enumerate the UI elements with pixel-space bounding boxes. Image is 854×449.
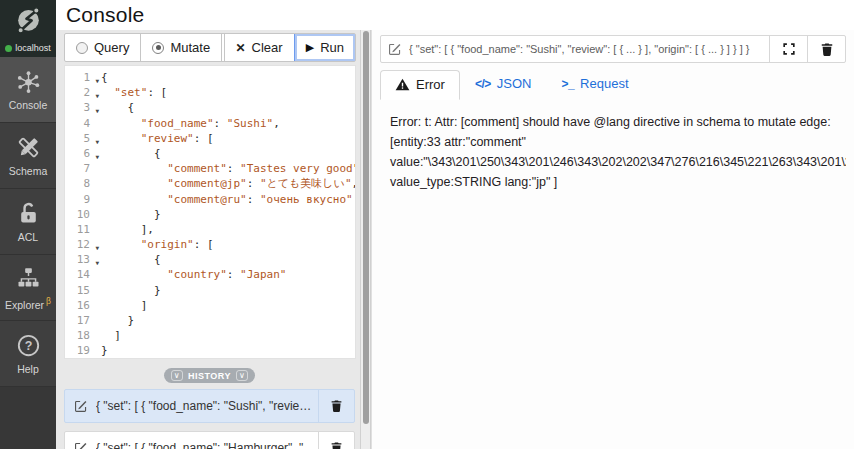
sitemap-icon xyxy=(15,265,41,291)
editor-line: 17 } xyxy=(65,313,355,328)
trash-icon xyxy=(330,399,343,413)
editor-code: "food_name": "Sushi", xyxy=(101,116,280,131)
clear-button[interactable]: ✕ Clear xyxy=(224,34,294,61)
editor-line: 10 } xyxy=(65,207,355,222)
svg-text:?: ? xyxy=(24,338,32,352)
history-item[interactable]: { "set": [ { "food_name": "Sushi", "revi… xyxy=(64,389,355,423)
chevron-down-icon: ∨ xyxy=(236,370,248,381)
run-button[interactable]: ▶ Run xyxy=(294,34,355,61)
connection-section[interactable]: localhost xyxy=(0,0,56,57)
query-panel: QueryMutate ✕ Clear ▶ Run 1▼{2▼ "set": [… xyxy=(56,30,356,449)
mode-label: Mutate xyxy=(170,40,210,55)
sidebar-item-label: Console xyxy=(9,99,48,111)
editor-line: 8 "comment@jp": "とても美味しい", xyxy=(65,176,355,191)
delete-history-button[interactable] xyxy=(318,390,354,422)
sidebar-nav: ConsoleSchemaACLExplorerβ?Help xyxy=(0,57,56,387)
editor-line: 18 ] xyxy=(65,328,355,343)
radio-icon xyxy=(152,42,164,54)
line-number: 7 xyxy=(65,161,101,176)
delete-history-button[interactable] xyxy=(318,432,354,449)
edit-icon xyxy=(74,399,88,413)
warning-icon xyxy=(395,77,410,92)
sidebar-filler xyxy=(0,387,56,449)
mutate-mode-radio[interactable]: Mutate xyxy=(141,34,222,61)
graph-icon xyxy=(15,68,41,94)
editor-line: 19} xyxy=(65,343,355,358)
sidebar-item-acl[interactable]: ACL xyxy=(0,189,56,255)
mutation-summary-text[interactable]: { "set": [ { "food_name": "Sushi", "revi… xyxy=(409,43,769,55)
main-area: Console QueryMutate ✕ Clear ▶ Run xyxy=(56,0,854,449)
sidebar-item-schema[interactable]: Schema xyxy=(0,123,56,189)
chevron-down-icon: ∨ xyxy=(171,370,183,381)
editor-line: 6▼ { xyxy=(65,146,355,161)
line-number: 11 xyxy=(65,222,101,237)
line-number: 8 xyxy=(65,176,101,191)
editor-code: { xyxy=(101,252,161,267)
code-icon: </> xyxy=(475,77,491,91)
editor-code: "review": [ xyxy=(101,131,214,146)
clear-button-label: Clear xyxy=(252,40,283,55)
edit-icon xyxy=(74,441,88,449)
sidebar-item-label: Help xyxy=(17,363,39,375)
page-header: Console xyxy=(56,0,854,30)
editor-code: ], xyxy=(101,222,154,237)
line-number: 17 xyxy=(65,313,101,328)
line-number: 14 xyxy=(65,267,101,282)
editor-code: } xyxy=(101,313,134,328)
tab-error[interactable]: Error xyxy=(380,70,460,100)
expand-button[interactable] xyxy=(769,36,807,62)
sidebar-item-console[interactable]: Console xyxy=(0,57,56,123)
editor-line: 2▼ "set": [ xyxy=(65,85,355,100)
tab-label: Error xyxy=(416,77,445,92)
mutation-summary-bar: { "set": [ { "food_name": "Sushi", "revi… xyxy=(380,35,846,63)
app-root: localhost ConsoleSchemaACLExplorerβ?Help… xyxy=(0,0,854,449)
line-number: 6▼ xyxy=(65,146,101,161)
connection-label: localhost xyxy=(15,43,51,53)
panel-scrollbar[interactable] xyxy=(360,30,371,449)
line-number: 13▼ xyxy=(65,252,101,267)
error-message: Error: t: Attr: [comment] should have @l… xyxy=(380,99,846,192)
edit-icon xyxy=(388,42,402,56)
line-number: 18 xyxy=(65,328,101,343)
tab-label: JSON xyxy=(497,76,532,91)
query-mode-radio[interactable]: Query xyxy=(65,34,141,61)
editor-code: { xyxy=(101,146,161,161)
help-circle-icon: ? xyxy=(15,332,41,358)
editor-line: 3▼ { xyxy=(65,100,355,115)
sidebar: localhost ConsoleSchemaACLExplorerβ?Help xyxy=(0,0,56,449)
editor-code: } xyxy=(101,343,108,358)
editor-line: 16 ] xyxy=(65,298,355,313)
content: QueryMutate ✕ Clear ▶ Run 1▼{2▼ "set": [… xyxy=(56,30,854,449)
line-number: 19 xyxy=(65,343,101,358)
history-toggle[interactable]: ∨ HISTORY ∨ xyxy=(164,368,256,383)
line-number: 5▼ xyxy=(65,131,101,146)
tab-json[interactable]: </>JSON xyxy=(460,69,547,99)
editor-code: } xyxy=(101,207,161,222)
sidebar-item-explorer[interactable]: Explorerβ xyxy=(0,255,56,321)
delete-result-button[interactable] xyxy=(807,36,845,62)
sidebar-item-help[interactable]: ?Help xyxy=(0,321,56,387)
editor-code: } xyxy=(101,283,161,298)
history-item[interactable]: { "set": [ { "food_name": "Hamburger", "… xyxy=(64,431,355,449)
editor-line: 7 "comment": "Tastes very good", xyxy=(65,161,355,176)
schema-tools-icon xyxy=(15,134,41,160)
editor-code: "comment": "Tastes very good", xyxy=(101,161,356,176)
terminal-icon: >_ xyxy=(561,77,574,91)
editor-line: 5▼ "review": [ xyxy=(65,131,355,146)
sidebar-item-label: Explorerβ xyxy=(5,296,51,311)
history-item-text: { "set": [ { "food_name": "Hamburger", "… xyxy=(96,441,318,449)
scrollbar-thumb[interactable] xyxy=(363,31,369,424)
tab-request[interactable]: >_Request xyxy=(546,69,643,99)
editor-code: { xyxy=(101,70,108,85)
line-number: 1▼ xyxy=(65,70,101,85)
code-editor[interactable]: 1▼{2▼ "set": [3▼ {4 "food_name": "Sushi"… xyxy=(64,65,356,359)
editor-code: "country": "Japan" xyxy=(101,267,286,282)
line-number: 4 xyxy=(65,116,101,131)
query-toolbar: QueryMutate ✕ Clear ▶ Run xyxy=(64,33,356,62)
tab-label: Request xyxy=(580,76,628,91)
sidebar-item-label: Schema xyxy=(9,165,48,177)
line-number: 16 xyxy=(65,298,101,313)
line-number: 3▼ xyxy=(65,100,101,115)
editor-code: "set": [ xyxy=(101,85,167,100)
result-panel: { "set": [ { "food_name": "Sushi", "revi… xyxy=(371,30,854,449)
